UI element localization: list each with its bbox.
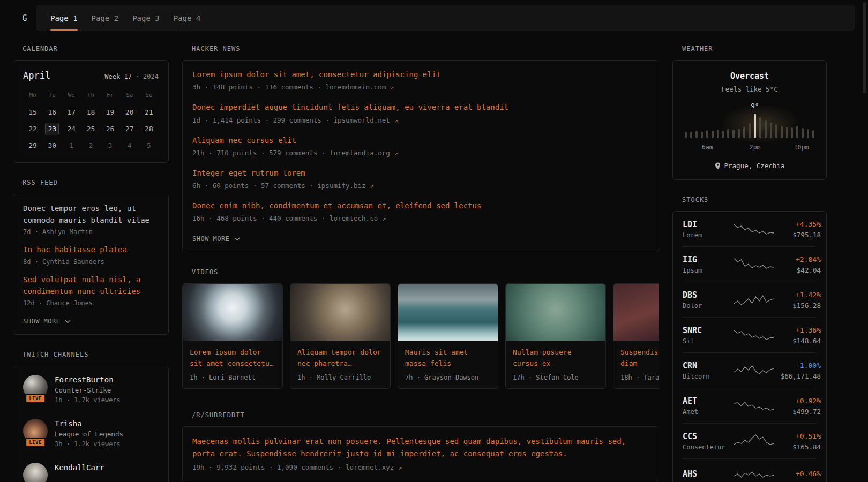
tab-page-2[interactable]: Page 2	[92, 5, 119, 31]
video-meta: 1h · Lori Barnett	[190, 374, 275, 381]
video-card[interactable]: Nullam posuere cursus ex17h · Stefan Col…	[505, 283, 606, 388]
sparkline-path	[734, 472, 774, 477]
hn-item-title[interactable]: Donec imperdiet augue tincidunt felis al…	[192, 102, 649, 112]
stock-row[interactable]: AHS+0.46%	[683, 458, 817, 482]
scrollbar[interactable]	[863, 2, 866, 93]
stock-ticker: IIG	[683, 255, 734, 265]
weather-bar	[685, 132, 687, 138]
channel-game[interactable]: League of Legends	[55, 430, 123, 438]
calendar-day[interactable]: 23	[42, 120, 62, 137]
calendar-day[interactable]: 27	[120, 120, 139, 137]
video-title[interactable]: Nullam posuere cursus ex	[513, 347, 598, 368]
hn-item-source[interactable]: ipsumify.biz	[313, 182, 366, 190]
subreddit-item-source[interactable]: loremnet.xyz	[341, 463, 394, 471]
hn-item-title[interactable]: Integer eget rutrum lorem	[192, 168, 649, 178]
stock-quote: +1.36%$148.64	[774, 326, 821, 345]
hn-item-source[interactable]: loremtech.co	[325, 214, 378, 222]
hn-item-info: 1d · 1,414 points · 299 comments ·	[192, 116, 330, 124]
subreddit-item-title[interactable]: Maecenas mollis pulvinar erat non posuer…	[192, 435, 649, 460]
calendar-day[interactable]: 30	[42, 137, 62, 154]
stock-quote: +2.84%$42.04	[774, 255, 821, 274]
rss-item-title[interactable]: In hac habitasse platea	[23, 244, 159, 256]
sparkline-chart	[734, 433, 774, 449]
channel-game[interactable]: Counter-Strike	[55, 386, 121, 394]
hacker-news-card: Lorem ipsum dolor sit amet, consectetur …	[182, 60, 659, 252]
stock-sparkline	[734, 363, 774, 379]
calendar-day[interactable]: 5	[139, 137, 159, 154]
tab-page-1[interactable]: Page 1	[50, 5, 78, 31]
video-title[interactable]: Lorem ipsum dolor sit amet consectetu…	[190, 347, 275, 368]
stock-row[interactable]: CRNBitcorn-1.00%$66,171.48	[683, 352, 817, 388]
stock-row[interactable]: SNRCSit+1.36%$148.64	[683, 317, 817, 352]
video-title[interactable]: Suspendisse posuere diam	[620, 347, 659, 368]
channel-name[interactable]: Trisha	[55, 419, 123, 428]
stock-row[interactable]: LDILorem+4.35%$795.18	[683, 212, 817, 246]
calendar-day-header: Th	[81, 87, 100, 104]
twitch-widget: TWITCH CHANNELS LIVEForrestBurtonCounter…	[13, 351, 169, 482]
subreddit-item: Maecenas mollis pulvinar erat non posuer…	[192, 435, 649, 471]
stock-row[interactable]: DBSDolor+1.42%$156.28	[683, 282, 817, 317]
calendar-day[interactable]: 2	[81, 137, 100, 154]
stock-ticker: AET	[683, 396, 734, 406]
calendar-day[interactable]: 24	[62, 120, 81, 137]
tab-page-4[interactable]: Page 4	[174, 5, 201, 31]
stock-name: Ipsum	[683, 267, 734, 274]
video-title[interactable]: Aliquam tempor dolor nec pharetra…	[297, 347, 383, 368]
calendar-day[interactable]: 25	[81, 120, 100, 137]
hn-item-source[interactable]: loremlandia.org	[325, 149, 390, 157]
video-card[interactable]: Lorem ipsum dolor sit amet consectetu…1h…	[182, 283, 283, 388]
channel-meta: 1h · 1.7k viewers	[55, 396, 121, 404]
calendar-day[interactable]: 28	[139, 120, 159, 137]
hn-item-source[interactable]: loremdomain.com	[321, 83, 386, 91]
hn-item-source[interactable]: ipsumworld.net	[330, 116, 390, 124]
calendar-day[interactable]: 15	[23, 104, 42, 120]
hn-item: Aliquam nec cursus elit21h · 710 points …	[192, 135, 649, 157]
sparkline-path	[734, 296, 774, 305]
stock-id: IIGIpsum	[683, 255, 734, 274]
calendar-day[interactable]: 16	[42, 104, 62, 120]
hn-item-title[interactable]: Lorem ipsum dolor sit amet, consectetur …	[192, 69, 649, 80]
tab-page-3[interactable]: Page 3	[132, 5, 160, 31]
calendar-day[interactable]: 18	[81, 104, 100, 120]
stock-row[interactable]: CCSConsectetur+0.51%$165.84	[683, 423, 817, 458]
calendar-day[interactable]: 29	[23, 137, 42, 154]
weather-bar	[706, 130, 708, 138]
calendar-day[interactable]: 3	[101, 137, 120, 154]
sparkline-chart	[734, 292, 774, 308]
calendar-day[interactable]: 26	[101, 120, 120, 137]
stock-row[interactable]: AETAmet+0.92%$499.72	[683, 388, 817, 423]
calendar-day[interactable]: 21	[139, 104, 159, 120]
rss-item-title[interactable]: Sed volutpat nulla nisl, a condimentum n…	[23, 274, 159, 297]
weather-bar	[722, 131, 724, 138]
twitch-list: LIVEForrestBurtonCounter-Strike1h · 1.7k…	[23, 375, 159, 482]
hn-item-title[interactable]: Donec enim nibh, condimentum et accumsan…	[192, 200, 649, 211]
calendar-day[interactable]: 4	[120, 137, 139, 154]
stock-quote: +0.51%$165.84	[774, 432, 821, 451]
stock-id: SNRCSit	[683, 326, 734, 345]
video-title[interactable]: Mauris sit amet massa felis	[405, 347, 491, 368]
channel-name[interactable]: ForrestBurton	[55, 375, 121, 384]
weather-feels-like: Feels like 5°C	[682, 85, 818, 93]
hn-item-title[interactable]: Aliquam nec cursus elit	[192, 135, 649, 146]
video-card[interactable]: Suspendisse posuere diam18h · Tara	[613, 283, 659, 388]
app-logo[interactable]: G	[13, 5, 36, 31]
calendar-day-number: 15	[26, 106, 40, 119]
hacker-news-show-more-button[interactable]: SHOW MORE	[192, 235, 240, 243]
twitch-channel[interactable]: KendallCarr	[23, 463, 159, 482]
stock-row[interactable]: IIGIpsum+2.84%$42.04	[683, 246, 817, 282]
stock-name: Consectetur	[683, 443, 734, 451]
calendar-day[interactable]: 22	[23, 120, 42, 137]
subreddit-item-meta: 19h · 9,932 points · 1,090 comments · lo…	[192, 463, 649, 471]
twitch-channel[interactable]: LIVEForrestBurtonCounter-Strike1h · 1.7k…	[23, 375, 159, 404]
weather-bars	[685, 114, 814, 138]
rss-item-title[interactable]: Donec tempor eros leo, ut commodo mauris…	[23, 203, 159, 226]
video-card[interactable]: Aliquam tempor dolor nec pharetra…1h · M…	[290, 283, 391, 388]
twitch-channel[interactable]: LIVETrishaLeague of Legends3h · 1.2k vie…	[23, 419, 159, 448]
channel-name[interactable]: KendallCarr	[55, 463, 104, 472]
calendar-day[interactable]: 17	[62, 104, 81, 120]
calendar-day[interactable]: 20	[120, 104, 139, 120]
calendar-day[interactable]: 1	[62, 137, 81, 154]
video-card[interactable]: Mauris sit amet massa felis7h · Grayson …	[398, 283, 498, 388]
rss-show-more-button[interactable]: SHOW MORE	[23, 318, 71, 325]
calendar-day[interactable]: 19	[101, 104, 120, 120]
